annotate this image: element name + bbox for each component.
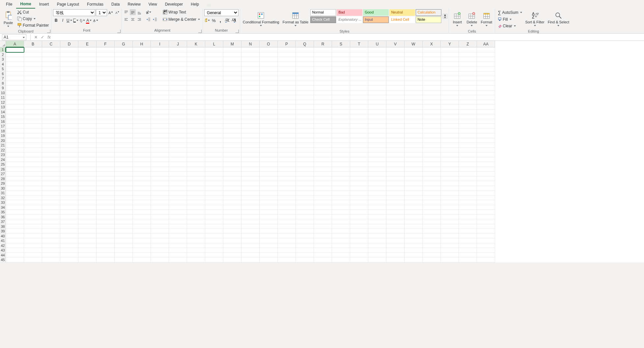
cell[interactable] bbox=[368, 196, 386, 201]
cell[interactable] bbox=[296, 253, 314, 258]
cell[interactable] bbox=[423, 172, 441, 176]
cell[interactable] bbox=[350, 152, 368, 157]
cell[interactable] bbox=[278, 224, 296, 229]
cell[interactable] bbox=[187, 110, 205, 115]
cell[interactable] bbox=[241, 129, 260, 134]
cell[interactable] bbox=[423, 133, 441, 138]
cell[interactable] bbox=[78, 52, 97, 57]
cell[interactable] bbox=[78, 191, 97, 196]
cell[interactable] bbox=[42, 191, 60, 196]
cell[interactable] bbox=[78, 124, 97, 129]
cell[interactable] bbox=[60, 215, 78, 220]
cell[interactable] bbox=[260, 219, 278, 224]
cell[interactable] bbox=[78, 205, 97, 210]
cell[interactable] bbox=[151, 229, 169, 234]
cell[interactable] bbox=[441, 95, 459, 100]
cell[interactable] bbox=[133, 91, 151, 95]
cell[interactable] bbox=[151, 224, 169, 229]
cell[interactable] bbox=[350, 138, 368, 143]
cell[interactable] bbox=[260, 71, 278, 76]
cell[interactable] bbox=[151, 167, 169, 172]
column-header[interactable]: AA bbox=[477, 41, 495, 47]
cell[interactable] bbox=[24, 176, 42, 181]
cell[interactable] bbox=[386, 57, 405, 62]
cell[interactable] bbox=[187, 114, 205, 119]
cell[interactable] bbox=[115, 71, 133, 76]
cell[interactable] bbox=[97, 200, 115, 205]
cell[interactable] bbox=[42, 71, 60, 76]
cell[interactable] bbox=[296, 172, 314, 176]
cell[interactable] bbox=[24, 81, 42, 86]
cell[interactable] bbox=[296, 76, 314, 81]
cell[interactable] bbox=[477, 67, 495, 71]
cell[interactable] bbox=[78, 243, 97, 248]
cell[interactable] bbox=[6, 124, 24, 129]
cell[interactable] bbox=[42, 124, 60, 129]
cell[interactable] bbox=[332, 71, 350, 76]
cell[interactable] bbox=[6, 219, 24, 224]
cell[interactable] bbox=[459, 52, 477, 57]
cell[interactable] bbox=[459, 172, 477, 176]
cell[interactable] bbox=[151, 257, 169, 262]
cell[interactable] bbox=[97, 71, 115, 76]
cell[interactable] bbox=[423, 71, 441, 76]
cell[interactable] bbox=[386, 157, 405, 162]
cell-style-good[interactable]: Good bbox=[363, 9, 389, 16]
cell[interactable] bbox=[386, 76, 405, 81]
cell[interactable] bbox=[78, 210, 97, 215]
cell[interactable] bbox=[42, 176, 60, 181]
cell[interactable] bbox=[24, 191, 42, 196]
dialog-launcher[interactable] bbox=[198, 30, 202, 33]
cell[interactable] bbox=[97, 162, 115, 167]
cell[interactable] bbox=[278, 152, 296, 157]
cell[interactable] bbox=[368, 110, 386, 115]
cell[interactable] bbox=[205, 47, 223, 52]
cell[interactable] bbox=[205, 138, 223, 143]
font-size-select[interactable]: 11 bbox=[96, 9, 107, 16]
cell[interactable] bbox=[187, 105, 205, 110]
cell[interactable] bbox=[441, 129, 459, 134]
cell[interactable] bbox=[169, 76, 187, 81]
cell[interactable] bbox=[423, 86, 441, 91]
cell[interactable] bbox=[205, 110, 223, 115]
cell[interactable] bbox=[278, 81, 296, 86]
cell[interactable] bbox=[151, 152, 169, 157]
cell[interactable] bbox=[60, 133, 78, 138]
cell[interactable] bbox=[441, 257, 459, 262]
cell[interactable] bbox=[97, 215, 115, 220]
cell[interactable] bbox=[169, 148, 187, 153]
cell[interactable] bbox=[441, 162, 459, 167]
cell[interactable] bbox=[278, 105, 296, 110]
cell[interactable] bbox=[278, 114, 296, 119]
cell[interactable] bbox=[115, 67, 133, 71]
cell[interactable] bbox=[278, 62, 296, 67]
cell[interactable] bbox=[133, 234, 151, 239]
cell[interactable] bbox=[368, 191, 386, 196]
select-all-corner[interactable] bbox=[0, 41, 6, 47]
cell[interactable] bbox=[223, 138, 241, 143]
cell[interactable] bbox=[187, 248, 205, 253]
cell[interactable] bbox=[477, 186, 495, 191]
cell[interactable] bbox=[386, 253, 405, 258]
cell[interactable] bbox=[6, 105, 24, 110]
increase-indent-button[interactable] bbox=[152, 16, 158, 22]
cell[interactable] bbox=[386, 172, 405, 176]
cell[interactable] bbox=[405, 219, 423, 224]
cell[interactable] bbox=[477, 219, 495, 224]
cell[interactable] bbox=[386, 191, 405, 196]
tab-home[interactable]: Home bbox=[16, 0, 35, 9]
cell[interactable] bbox=[459, 114, 477, 119]
cell[interactable] bbox=[314, 133, 332, 138]
cell[interactable] bbox=[6, 81, 24, 86]
cell[interactable] bbox=[42, 181, 60, 186]
cell[interactable] bbox=[97, 196, 115, 201]
cell[interactable] bbox=[205, 76, 223, 81]
cell[interactable] bbox=[42, 205, 60, 210]
cell[interactable] bbox=[350, 224, 368, 229]
cell[interactable] bbox=[97, 186, 115, 191]
cell[interactable] bbox=[368, 205, 386, 210]
cell[interactable] bbox=[405, 62, 423, 67]
cell[interactable] bbox=[423, 76, 441, 81]
cell[interactable] bbox=[296, 133, 314, 138]
cell[interactable] bbox=[241, 205, 260, 210]
